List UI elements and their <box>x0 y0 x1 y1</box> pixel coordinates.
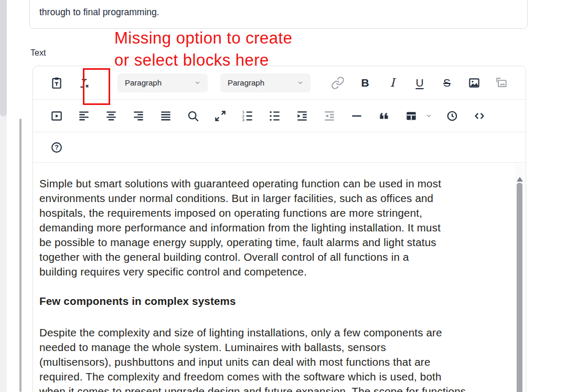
bold-button[interactable]: B <box>356 73 375 92</box>
strikethrough-button[interactable]: S <box>437 73 456 92</box>
svg-text:?: ? <box>55 144 59 151</box>
text-field-label: Text <box>30 48 46 58</box>
paste-text-button[interactable] <box>47 73 66 92</box>
annotation-line-1: Missing option to create <box>114 29 292 48</box>
image-icon <box>467 76 481 90</box>
horizontal-rule-icon <box>350 109 364 123</box>
search-button[interactable] <box>184 107 202 125</box>
content-scrollbar-track[interactable] <box>515 164 524 392</box>
blockquote-icon <box>377 109 391 123</box>
content-heading: Few components in complex systems <box>39 294 501 309</box>
image-options-icon <box>495 76 508 90</box>
chevron-down-icon <box>425 112 433 120</box>
source-code-button[interactable] <box>470 107 489 125</box>
italic-button[interactable]: I <box>383 73 402 92</box>
insert-table-button[interactable] <box>402 107 421 125</box>
underline-glyph: U <box>415 77 423 88</box>
annotation-rectangle <box>83 68 110 105</box>
insert-link-button[interactable] <box>328 73 347 92</box>
editor-content-area[interactable]: Simple but smart solutions with guarante… <box>33 163 526 392</box>
clock-icon <box>445 109 459 123</box>
fullscreen-button[interactable] <box>211 107 230 125</box>
indent-button[interactable] <box>293 107 312 125</box>
numbered-list-icon: 1 2 3 <box>241 109 254 123</box>
justify-button[interactable] <box>156 107 175 125</box>
align-center-button[interactable] <box>102 107 121 125</box>
paragraph-2: Despite the complexity and size of light… <box>39 325 501 392</box>
blockquote-button[interactable] <box>375 107 393 125</box>
table-icon <box>404 109 418 123</box>
insert-datetime-button[interactable] <box>443 107 462 125</box>
underline-button[interactable]: U <box>410 73 429 92</box>
align-right-button[interactable] <box>129 107 148 125</box>
strikethrough-glyph: S <box>443 77 451 88</box>
annotation-line-2: or select blocks here <box>114 51 269 70</box>
previous-text-field[interactable]: through to final programming. <box>29 0 528 29</box>
paragraph-format-dropdown[interactable]: Paragraph <box>220 73 311 92</box>
search-icon <box>186 109 200 123</box>
scroll-up-arrow-icon <box>517 169 523 182</box>
help-icon: ? <box>50 141 63 154</box>
chevron-down-icon <box>194 79 201 87</box>
toolbar-row-3: ? <box>33 132 526 163</box>
horizontal-rule-button[interactable] <box>347 107 366 125</box>
align-center-icon <box>104 109 118 123</box>
paste-text-icon <box>50 76 63 90</box>
page-scrollbar-track[interactable] <box>0 0 7 392</box>
panel-scrollbar-thumb[interactable] <box>19 119 22 392</box>
insert-media-button[interactable] <box>47 107 66 125</box>
bullet-list-button[interactable] <box>265 107 284 125</box>
align-right-icon <box>132 109 145 123</box>
align-left-button[interactable] <box>74 107 93 125</box>
link-icon <box>331 76 345 90</box>
code-icon <box>473 109 486 123</box>
bold-glyph: B <box>361 77 369 88</box>
align-left-icon <box>77 109 91 123</box>
page-scrollbar-thumb[interactable] <box>0 0 7 116</box>
svg-text:3: 3 <box>242 118 244 122</box>
indent-icon <box>295 109 309 123</box>
block-format-dropdown[interactable]: Paragraph <box>117 73 208 92</box>
scroll-up-button[interactable] <box>515 167 524 178</box>
image-options-button[interactable] <box>492 73 511 92</box>
media-icon <box>50 109 63 123</box>
paragraph-format-value: Paragraph <box>228 78 264 87</box>
paragraph-1: Simple but smart solutions with guarante… <box>39 176 501 279</box>
fullscreen-icon <box>213 109 227 123</box>
chevron-down-icon <box>296 79 304 87</box>
outdent-icon <box>323 109 336 123</box>
insert-image-button[interactable] <box>465 73 484 92</box>
table-menu-chevron-button[interactable] <box>423 107 434 125</box>
bullet-list-icon <box>268 109 282 123</box>
page: { "colors": { "annotation_red": "#ee1111… <box>0 0 588 392</box>
italic-glyph: I <box>390 77 395 89</box>
block-format-value: Paragraph <box>125 78 162 87</box>
help-button[interactable]: ? <box>47 138 66 157</box>
outdent-button[interactable] <box>320 107 339 125</box>
previous-text-value: through to final programming. <box>39 7 159 17</box>
content-scrollbar-thumb[interactable] <box>517 183 522 392</box>
rich-text-editor: Paragraph Paragraph B I U S <box>33 66 526 392</box>
numbered-list-button[interactable]: 1 2 3 <box>238 107 257 125</box>
justify-icon <box>159 109 173 123</box>
